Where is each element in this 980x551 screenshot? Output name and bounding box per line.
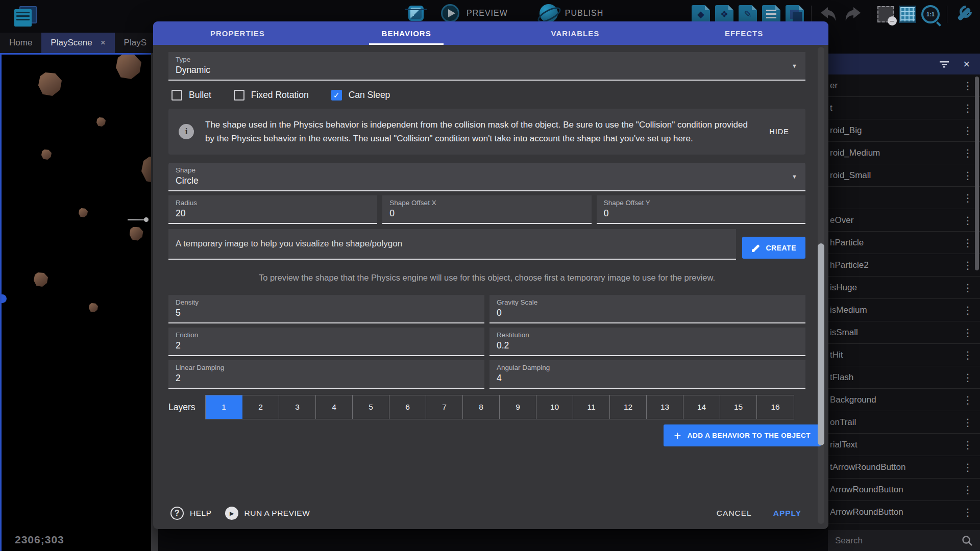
kebab-menu-icon[interactable]: ⋮: [961, 439, 975, 451]
kebab-menu-icon[interactable]: ⋮: [961, 416, 975, 429]
shape-dropdown[interactable]: Shape Circle ▼: [168, 163, 805, 191]
kebab-menu-icon[interactable]: ⋮: [961, 394, 975, 406]
kebab-menu-icon[interactable]: ⋮: [961, 327, 975, 339]
layer-cell[interactable]: 6: [389, 395, 426, 419]
dialog-scrollbar-thumb[interactable]: [818, 243, 824, 445]
object-row[interactable]: rialText ⋮: [828, 434, 980, 456]
linear-damping-field[interactable]: Linear Damping 2: [168, 360, 484, 389]
dialog-tab[interactable]: VARIABLES: [491, 21, 660, 45]
dialog-tab[interactable]: EFFECTS: [659, 21, 828, 45]
object-row[interactable]: Background ⋮: [828, 389, 980, 411]
layer-cell[interactable]: 7: [426, 395, 463, 419]
preview-play-icon[interactable]: [441, 4, 459, 22]
asteroid-object[interactable]: [79, 208, 88, 217]
radius-field[interactable]: Radius 20: [168, 195, 377, 224]
scene-origin-handle[interactable]: [0, 294, 7, 303]
project-manager-icon[interactable]: [14, 6, 38, 28]
publish-button[interactable]: PUBLISH: [565, 9, 603, 18]
dialog-tab[interactable]: BEHAVIORS: [322, 21, 491, 45]
object-row[interactable]: tFlash ⋮: [828, 366, 980, 389]
kebab-menu-icon[interactable]: ⋮: [961, 147, 975, 159]
object-row[interactable]: eOver ⋮: [828, 209, 980, 232]
layer-cell[interactable]: 13: [647, 395, 683, 419]
create-button[interactable]: CREATE: [742, 237, 805, 259]
kebab-menu-icon[interactable]: ⋮: [961, 304, 975, 316]
panel-close-icon[interactable]: ×: [963, 58, 970, 71]
cancel-button[interactable]: CANCEL: [717, 509, 752, 518]
apply-button[interactable]: APPLY: [773, 509, 801, 518]
object-groups-icon[interactable]: ❖: [715, 5, 733, 23]
layer-cell[interactable]: 16: [757, 395, 794, 419]
kebab-menu-icon[interactable]: ⋮: [961, 282, 975, 294]
hide-button[interactable]: HIDE: [764, 123, 794, 140]
zoom-1-1-icon[interactable]: 1:1: [921, 5, 940, 23]
object-row[interactable]: onTrail ⋮: [828, 411, 980, 434]
kebab-menu-icon[interactable]: ⋮: [961, 484, 975, 496]
object-row[interactable]: er ⋮: [828, 74, 980, 97]
layer-cell[interactable]: 14: [683, 395, 720, 419]
object-row[interactable]: hParticle ⋮: [828, 232, 980, 254]
publish-planet-icon[interactable]: [540, 4, 558, 22]
kebab-menu-icon[interactable]: ⋮: [961, 237, 975, 249]
object-row[interactable]: tArrowRoundButton ⋮: [828, 456, 980, 479]
angular-damping-field[interactable]: Angular Damping 4: [489, 360, 805, 389]
kebab-menu-icon[interactable]: ⋮: [961, 214, 975, 227]
asteroid-object[interactable]: [41, 149, 52, 160]
preview-button[interactable]: PREVIEW: [467, 9, 508, 18]
asteroid-object[interactable]: [141, 157, 151, 183]
settings-wrench-icon[interactable]: [954, 6, 972, 23]
tab-home[interactable]: Home: [0, 33, 41, 53]
object-row[interactable]: roid_Medium ⋮: [828, 142, 980, 164]
edit-scene-icon[interactable]: ✎: [739, 5, 757, 23]
restitution-field[interactable]: Restitution 0.2: [489, 328, 805, 356]
kebab-menu-icon[interactable]: ⋮: [961, 102, 975, 114]
layer-cell[interactable]: 5: [353, 395, 389, 419]
run-preview-button[interactable]: ▶ RUN A PREVIEW: [225, 507, 310, 520]
debug-icon[interactable]: [408, 6, 424, 21]
object-row[interactable]: ArrowRoundButton ⋮: [828, 479, 980, 501]
shape-offset-y-field[interactable]: Shape Offset Y 0: [597, 195, 805, 224]
layer-cell[interactable]: 15: [720, 395, 757, 419]
object-row[interactable]: isMedium ⋮: [828, 299, 980, 321]
kebab-menu-icon[interactable]: ⋮: [961, 506, 975, 518]
layer-cell[interactable]: 3: [279, 395, 316, 419]
redo-icon[interactable]: [843, 5, 863, 23]
object-row[interactable]: ArrowRoundButton ⋮: [828, 501, 980, 523]
asteroid-object[interactable]: [130, 227, 143, 241]
object-row[interactable]: t ⋮: [828, 97, 980, 119]
dialog-tab[interactable]: PROPERTIES: [153, 21, 322, 45]
kebab-menu-icon[interactable]: ⋮: [961, 124, 975, 137]
kebab-menu-icon[interactable]: ⋮: [961, 349, 975, 361]
density-field[interactable]: Density 5: [168, 295, 484, 323]
help-button[interactable]: ? HELP: [170, 507, 212, 520]
object-row[interactable]: roid_Big ⋮: [828, 119, 980, 142]
properties-list-icon[interactable]: [762, 5, 780, 23]
asteroid-object[interactable]: [34, 272, 48, 287]
panel-scrollbar[interactable]: [975, 77, 979, 270]
filter-icon[interactable]: [939, 60, 950, 68]
kebab-menu-icon[interactable]: ⋮: [961, 169, 975, 182]
object-row[interactable]: isHuge ⋮: [828, 277, 980, 299]
object-row[interactable]: hParticle2 ⋮: [828, 254, 980, 277]
kebab-menu-icon[interactable]: ⋮: [961, 461, 975, 473]
kebab-menu-icon[interactable]: ⋮: [961, 259, 975, 271]
selection-handle-dot[interactable]: [144, 217, 149, 222]
friction-field[interactable]: Friction 2: [168, 328, 484, 356]
tab-close-icon[interactable]: ×: [101, 38, 106, 48]
asteroid-object[interactable]: [116, 54, 141, 79]
shape-offset-x-field[interactable]: Shape Offset X 0: [382, 195, 591, 224]
type-dropdown[interactable]: Type Dynamic ▼: [168, 52, 805, 81]
layers-icon[interactable]: [786, 5, 804, 23]
object-row[interactable]: tHit ⋮: [828, 344, 980, 366]
object-row[interactable]: roid_Small ⋮: [828, 164, 980, 187]
asteroid-object[interactable]: [96, 117, 106, 127]
object-row[interactable]: isSmall ⋮: [828, 321, 980, 344]
scene-canvas[interactable]: 2306;303: [0, 53, 151, 551]
tab-playscene-events[interactable]: PlayS: [115, 33, 156, 53]
layer-cell[interactable]: 10: [536, 395, 573, 419]
asteroid-object[interactable]: [38, 72, 62, 96]
layer-cell[interactable]: 1: [206, 395, 242, 419]
undo-icon[interactable]: [819, 5, 838, 23]
new-object-icon[interactable]: ◆: [692, 5, 710, 23]
add-behavior-button[interactable]: + ADD A BEHAVIOR TO THE OBJECT: [664, 424, 821, 446]
